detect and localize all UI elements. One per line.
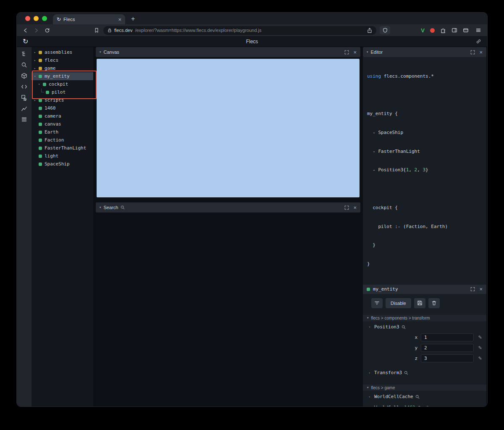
url-domain: flecs.dev: [114, 28, 132, 33]
component-row-transform3[interactable]: ▸ Transform3: [366, 368, 483, 378]
chevron-right-icon[interactable]: ▸: [369, 395, 372, 399]
close-icon[interactable]: ×: [479, 50, 483, 55]
component-row-position3[interactable]: ▾ Position3: [366, 322, 483, 332]
code-editor[interactable]: using flecs.components.* my_entity { - S…: [363, 57, 486, 285]
search-icon[interactable]: [415, 395, 420, 399]
puzzle-icon[interactable]: [440, 27, 446, 33]
component-row-worldcell[interactable]: ▸ WorldCell: 1462 .*: [366, 403, 483, 406]
menu-icon[interactable]: [475, 27, 481, 33]
entity-square-icon: [43, 83, 46, 86]
section-header-transform[interactable]: ▾ flecs > components > transform: [363, 315, 486, 321]
minimize-window-button[interactable]: [34, 16, 39, 21]
zoom-window-button[interactable]: [42, 16, 47, 21]
search-results-area: [96, 212, 360, 406]
code-icon[interactable]: [21, 84, 27, 90]
tab-close-icon[interactable]: ×: [118, 17, 121, 22]
code-line: }: [367, 242, 482, 249]
tree-item-label: SpaceShip: [45, 161, 70, 167]
chevron-down-icon[interactable]: ▾: [100, 206, 101, 209]
sidebar-toggle-icon[interactable]: [452, 27, 457, 33]
link-icon[interactable]: [476, 39, 481, 44]
expand-icon[interactable]: [344, 205, 349, 210]
position3-x-input[interactable]: [421, 333, 474, 341]
reload-icon[interactable]: [45, 28, 50, 33]
tree-item-flecs[interactable]: ▸ flecs: [32, 56, 93, 64]
section-path: flecs > game: [371, 385, 395, 390]
tree-item-label: game: [45, 66, 56, 71]
chevron-down-icon[interactable]: ▾: [100, 50, 101, 54]
tree-item-pilot[interactable]: pilot: [32, 88, 93, 96]
chevron-right-icon[interactable]: ▸: [34, 51, 39, 54]
tree-item-camera[interactable]: camera: [32, 112, 93, 120]
delete-button[interactable]: [428, 298, 440, 308]
close-icon[interactable]: ×: [353, 50, 357, 55]
chevron-down-icon[interactable]: ▾: [34, 75, 39, 78]
expand-icon[interactable]: [344, 50, 349, 55]
expand-icon[interactable]: [470, 50, 475, 55]
inspector-icon[interactable]: [21, 94, 27, 101]
component-row-worldcellcache[interactable]: ▸ WorldCellCache: [366, 392, 483, 402]
share-icon[interactable]: [367, 28, 372, 33]
tree-item-scripts[interactable]: ▸ scripts: [32, 96, 93, 104]
save-button[interactable]: [414, 298, 425, 308]
filter-button[interactable]: [371, 298, 383, 308]
forward-icon[interactable]: [34, 28, 39, 33]
tree-item-game[interactable]: ▸ game: [32, 64, 93, 72]
url-bar[interactable]: flecs.dev /explorer/?wasm=https://www.fl…: [103, 26, 376, 35]
bookmark-icon[interactable]: [94, 28, 99, 33]
entity-square-icon: [39, 99, 42, 102]
chevron-right-icon[interactable]: ▸: [369, 371, 372, 375]
module-square-icon: [39, 51, 42, 54]
stats-icon[interactable]: [21, 116, 27, 123]
field-key: x: [366, 335, 417, 340]
tree-item-earth[interactable]: Earth: [32, 128, 93, 136]
cube-icon[interactable]: [21, 73, 27, 79]
tree-item-canvas[interactable]: canvas: [32, 120, 93, 128]
canvas-viewport[interactable]: [97, 59, 360, 197]
code-line: using flecs.components.*: [367, 73, 482, 80]
chevron-right-icon[interactable]: ▸: [34, 67, 39, 70]
edit-icon[interactable]: ✎: [477, 345, 483, 351]
search-icon[interactable]: [21, 62, 27, 68]
edit-icon[interactable]: ✎: [477, 335, 483, 340]
close-window-button[interactable]: [25, 16, 30, 21]
search-icon[interactable]: [402, 325, 406, 329]
chart-icon[interactable]: [21, 105, 27, 112]
shield-icon[interactable]: [380, 26, 390, 34]
tree-item-my-entity[interactable]: ▾ my_entity: [32, 72, 93, 80]
extension-v-icon[interactable]: V: [421, 27, 425, 34]
search-icon[interactable]: [404, 371, 408, 375]
chevron-down-icon[interactable]: ▾: [38, 83, 43, 86]
new-tab-button[interactable]: +: [131, 13, 135, 24]
disable-button[interactable]: Disable: [386, 298, 411, 308]
tree-item-assemblies[interactable]: ▸ assemblies: [32, 48, 93, 56]
wallet-icon[interactable]: [463, 27, 469, 33]
chevron-down-icon[interactable]: ▾: [367, 50, 368, 54]
code-line: pilot :- (Faction, Earth): [367, 224, 482, 230]
browser-tab[interactable]: ↻ Flecs ×: [53, 14, 125, 24]
section-header-game[interactable]: ▾ flecs > game: [363, 385, 486, 391]
close-icon[interactable]: ×: [479, 286, 483, 292]
edit-icon[interactable]: ✎: [477, 356, 483, 361]
close-icon[interactable]: ×: [353, 205, 357, 210]
tree-item-faction[interactable]: Faction: [32, 136, 93, 144]
position3-z-input[interactable]: [421, 354, 474, 362]
chevron-right-icon[interactable]: ▸: [34, 99, 39, 102]
extension-red-icon[interactable]: [430, 28, 435, 33]
search-icon[interactable]: [417, 406, 422, 406]
tab-title: Flecs: [63, 17, 116, 22]
chevron-down-icon[interactable]: ▾: [369, 325, 372, 329]
tree-item-light[interactable]: light: [32, 152, 93, 160]
expand-icon[interactable]: [470, 287, 475, 291]
outliner-icon[interactable]: [21, 51, 27, 57]
tree-item-spaceship[interactable]: SpaceShip: [32, 160, 93, 168]
tree-item-fasterthanlight[interactable]: FasterThanLight: [32, 144, 93, 152]
chevron-right-icon[interactable]: ▸: [34, 59, 39, 62]
position3-y-input[interactable]: [421, 344, 474, 352]
entity-square-icon: [367, 288, 370, 291]
tree-item-1460[interactable]: 1460: [32, 104, 93, 112]
entity-square-icon: [39, 123, 42, 126]
chevron-right-icon[interactable]: ▸: [369, 406, 372, 406]
back-icon[interactable]: [23, 28, 28, 33]
tree-item-cockpit[interactable]: ▾ cockpit: [32, 80, 93, 88]
